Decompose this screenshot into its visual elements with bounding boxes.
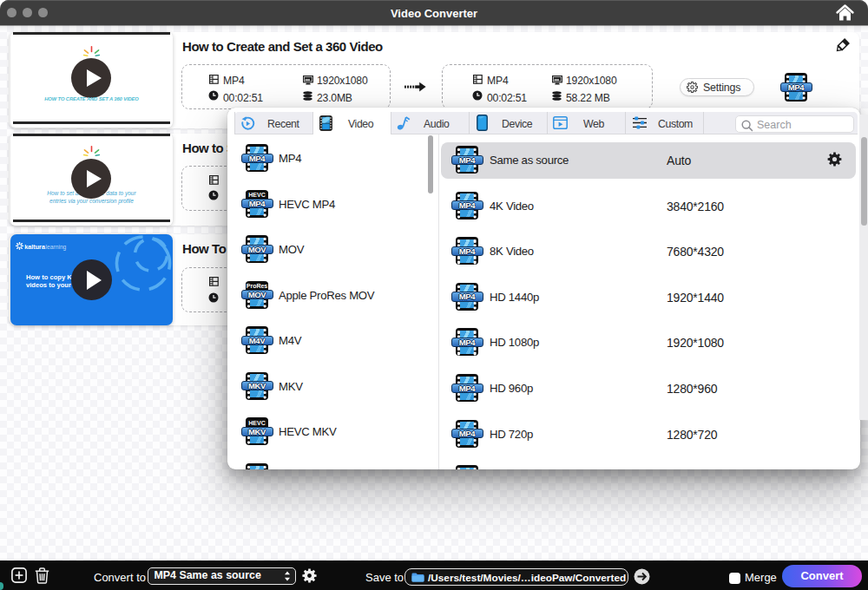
svg-text:learning: learning [45,243,66,250]
svg-text:kaltura: kaltura [24,242,46,250]
